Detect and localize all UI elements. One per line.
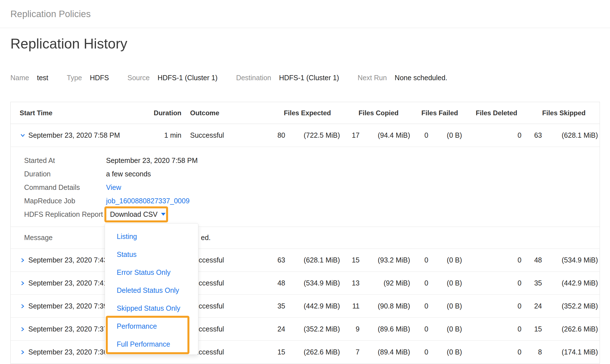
row-files-expected-size: (722.5 MiB): [286, 124, 340, 147]
menu-item-status[interactable]: Status: [105, 245, 198, 263]
chevron-right-icon[interactable]: [20, 349, 26, 355]
row-files-failed-size: (0 B): [429, 341, 462, 364]
row-files-deleted: 0: [462, 124, 523, 147]
row-files-failed-size: (0 B): [429, 249, 462, 272]
policy-next-run: Next Run None scheduled.: [357, 73, 447, 82]
table-row[interactable]: September 23, 2020 7:58 PM 1 min Success…: [11, 124, 600, 147]
command-details-view-link[interactable]: View: [106, 183, 121, 191]
row-files-copied: 7: [340, 341, 360, 364]
row-files-expected-size: (352.2 MiB): [286, 318, 340, 341]
top-bar: Replication Policies: [0, 0, 610, 28]
page-title: Replication History: [10, 36, 600, 52]
menu-item-error-status-only[interactable]: Error Status Only: [105, 263, 198, 281]
policy-source: Source HDFS-1 (Cluster 1): [127, 73, 217, 82]
table-header-row: Start Time Duration Outcome Files Expect…: [11, 102, 600, 124]
row-duration: 1 min: [134, 124, 182, 147]
header-files-copied: Files Copied: [340, 102, 411, 124]
row-files-expected: 80: [246, 124, 286, 147]
chevron-right-icon[interactable]: [20, 326, 26, 332]
row-files-expected-size: (442.9 MiB): [286, 295, 340, 318]
header-files-skipped: Files Skipped: [523, 102, 600, 124]
policy-next-run-label: Next Run: [357, 73, 387, 82]
table-row[interactable]: September 23, 2020 7:43 PM 1 min Success…: [11, 249, 600, 272]
expanded-row-details: Started At September 23, 2020 7:58 PM Du…: [11, 154, 600, 221]
row-files-copied-size: (89.4 MiB): [360, 341, 411, 364]
policy-name: Name test: [10, 73, 48, 82]
row-files-copied: 17: [340, 124, 360, 147]
row-files-failed: 0: [411, 341, 429, 364]
policy-info-row: Name test Type HDFS Source HDFS-1 (Clust…: [10, 73, 600, 82]
detail-message-value: ed.: [201, 227, 211, 248]
row-files-failed: 0: [411, 124, 429, 147]
row-files-copied: 11: [340, 295, 360, 318]
menu-item-skipped-status-only[interactable]: Skipped Status Only: [105, 299, 198, 317]
row-files-expected: 48: [246, 272, 286, 295]
row-files-expected: 63: [246, 249, 286, 272]
row-files-failed-size: (0 B): [429, 124, 462, 147]
row-files-expected: 15: [246, 341, 286, 364]
detail-started-at-label: Started At: [24, 154, 106, 167]
policy-type-label: Type: [67, 73, 82, 82]
row-files-skipped-size: (352.2 MiB): [542, 295, 600, 318]
download-csv-button[interactable]: Download CSV: [106, 208, 166, 221]
row-files-copied-size: (92 MiB): [360, 272, 411, 295]
row-files-failed: 0: [411, 272, 429, 295]
row-files-expected: 24: [246, 318, 286, 341]
chevron-right-icon[interactable]: [20, 257, 26, 263]
row-files-failed-size: (0 B): [429, 295, 462, 318]
policy-name-value: test: [37, 73, 48, 82]
row-files-skipped-size: (534.9 MiB): [542, 249, 600, 272]
detail-message-label: Message: [24, 227, 106, 248]
row-files-expected-size: (534.9 MiB): [286, 272, 340, 295]
row-files-skipped: 8: [523, 341, 542, 364]
detail-duration-label: Duration: [24, 167, 106, 181]
row-files-deleted: 0: [462, 295, 523, 318]
row-files-copied-size: (93.2 MiB): [360, 249, 411, 272]
message-row: Message ed.: [11, 227, 600, 248]
detail-report-label: HDFS Replication Report: [24, 208, 106, 221]
detail-duration-value: a few seconds: [106, 167, 151, 181]
row-files-skipped: 15: [523, 318, 542, 341]
header-files-deleted: Files Deleted: [462, 102, 523, 124]
breadcrumb: Replication Policies: [10, 9, 91, 19]
table-row[interactable]: September 23, 2020 7:37 PM 1 min Success…: [11, 318, 600, 341]
menu-item-listing[interactable]: Listing: [105, 227, 198, 245]
policy-type-value: HDFS: [90, 73, 109, 82]
replication-history-table: Start Time Duration Outcome Files Expect…: [10, 102, 600, 364]
row-files-copied-size: (89.6 MiB): [360, 318, 411, 341]
table-row[interactable]: September 23, 2020 7:41 PM 1 min Success…: [11, 272, 600, 295]
header-duration: Duration: [134, 102, 182, 124]
policy-destination-value: HDFS-1 (Cluster 1): [279, 73, 339, 82]
download-csv-menu: Listing Status Error Status Only Deleted…: [105, 223, 198, 355]
menu-item-performance[interactable]: Performance: [105, 317, 198, 335]
header-outcome: Outcome: [182, 102, 246, 124]
row-files-copied: 15: [340, 249, 360, 272]
mapreduce-job-link[interactable]: job_1600880827337_0009: [106, 197, 190, 205]
chevron-down-icon[interactable]: [20, 132, 26, 139]
row-files-copied: 9: [340, 318, 360, 341]
caret-down-icon: [161, 213, 166, 216]
detail-started-at-value: September 23, 2020 7:58 PM: [106, 154, 198, 167]
download-csv-label: Download CSV: [110, 208, 158, 221]
menu-item-deleted-status-only[interactable]: Deleted Status Only: [105, 281, 198, 299]
row-files-failed-size: (0 B): [429, 318, 462, 341]
row-files-failed: 0: [411, 249, 429, 272]
main-content: Replication History Name test Type HDFS …: [0, 36, 610, 364]
row-files-deleted: 0: [462, 249, 523, 272]
menu-item-full-performance[interactable]: Full Performance: [105, 335, 198, 353]
row-files-expected: 35: [246, 295, 286, 318]
row-files-skipped: 48: [523, 249, 542, 272]
policy-name-label: Name: [10, 73, 29, 82]
policy-source-label: Source: [127, 73, 150, 82]
table-row[interactable]: September 23, 2020 7:36 PM 1 min Success…: [11, 341, 600, 364]
row-files-skipped-size: (262.6 MiB): [542, 318, 600, 341]
expanded-detail-row: Started At September 23, 2020 7:58 PM Du…: [11, 147, 600, 249]
row-outcome: Successful: [182, 124, 246, 147]
row-files-skipped: 35: [523, 272, 542, 295]
table-row[interactable]: September 23, 2020 7:39 PM 1 min Success…: [11, 295, 600, 318]
policy-source-value: HDFS-1 (Cluster 1): [157, 73, 217, 82]
row-files-deleted: 0: [462, 341, 523, 364]
chevron-right-icon[interactable]: [20, 280, 26, 286]
chevron-right-icon[interactable]: [20, 303, 26, 309]
row-files-skipped-size: (628.1 MiB): [542, 124, 600, 147]
